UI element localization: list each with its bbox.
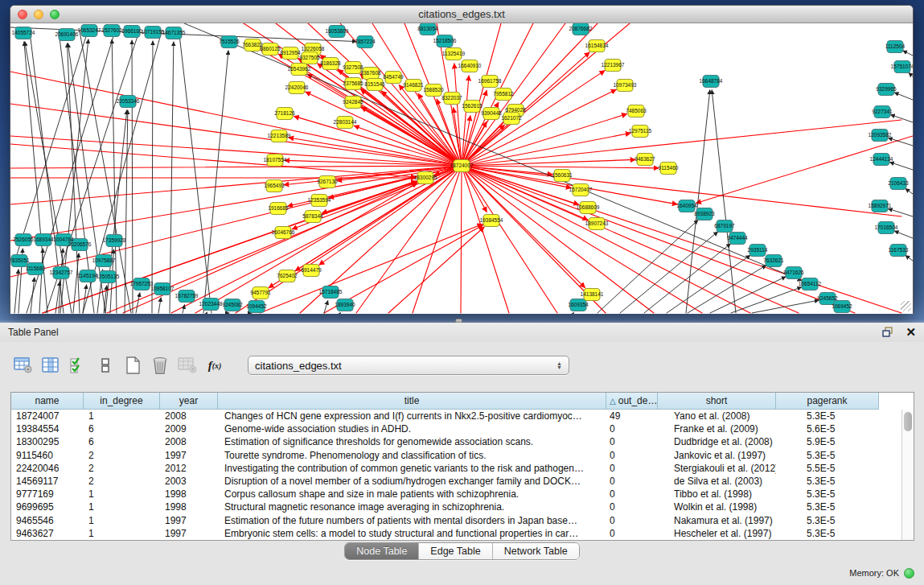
column-header-short[interactable]: short bbox=[658, 393, 776, 410]
table-cell: 2008 bbox=[160, 410, 218, 422]
svg-text:12023448: 12023448 bbox=[199, 301, 223, 307]
column-header-year[interactable]: year bbox=[160, 393, 218, 410]
table-cell: Disruption of a novel member of a sodium… bbox=[218, 475, 606, 488]
svg-text:12975115: 12975115 bbox=[629, 128, 652, 134]
svg-text:9242845: 9242845 bbox=[343, 99, 363, 105]
table-row[interactable]: 946362711997Embryonic stem cells: a mode… bbox=[11, 527, 914, 540]
table-cell: 2012 bbox=[160, 462, 218, 475]
table-row[interactable]: 1938455462009Genome-wide association stu… bbox=[11, 422, 914, 435]
table-cell: 22420046 bbox=[11, 462, 84, 475]
svg-text:16053809: 16053809 bbox=[326, 28, 349, 34]
svg-text:9329965: 9329965 bbox=[876, 86, 897, 92]
svg-text:10654112: 10654112 bbox=[799, 281, 822, 286]
svg-text:16648784: 16648784 bbox=[700, 78, 723, 84]
network-canvas[interactable]: 1405572420691406106532471527602696616010… bbox=[10, 23, 913, 314]
table-cell: Wolkin et al. (1998) bbox=[658, 501, 776, 513]
svg-text:9390448: 9390448 bbox=[481, 110, 502, 116]
row-selection-icon[interactable] bbox=[66, 353, 90, 377]
table-settings-icon[interactable] bbox=[11, 353, 35, 377]
import-table-icon[interactable] bbox=[175, 353, 199, 377]
delete-trash-icon[interactable] bbox=[148, 353, 172, 377]
svg-text:10719155: 10719155 bbox=[142, 29, 165, 35]
column-header-in-degree[interactable]: in_degree bbox=[84, 393, 160, 410]
svg-text:7515526: 7515526 bbox=[219, 39, 240, 44]
float-panel-icon[interactable] bbox=[882, 327, 894, 338]
svg-text:20876682: 20876682 bbox=[569, 26, 593, 31]
split-view-icon[interactable] bbox=[93, 353, 117, 377]
column-header-out-de-[interactable]: △out_de… bbox=[606, 393, 658, 410]
zoom-window-icon[interactable] bbox=[50, 10, 60, 19]
table-row[interactable]: 946554611997Estimation of the future num… bbox=[11, 514, 914, 527]
table-panel: Table Panel ✕ bbox=[0, 323, 924, 585]
table-row[interactable]: 1830029562008Estimation of significance … bbox=[11, 435, 914, 448]
svg-text:16046766: 16046766 bbox=[272, 229, 295, 235]
network-window-titlebar[interactable]: citations_edges.txt bbox=[10, 6, 913, 23]
close-panel-icon[interactable]: ✕ bbox=[906, 327, 916, 338]
sort-ascending-icon: △ bbox=[610, 397, 616, 406]
table-cell: 0 bbox=[606, 527, 658, 540]
svg-text:9457791: 9457791 bbox=[250, 290, 271, 295]
svg-text:1562615: 1562615 bbox=[462, 103, 483, 109]
svg-text:10973493: 10973493 bbox=[614, 82, 637, 88]
tab-network-table[interactable]: Network Table bbox=[493, 543, 579, 559]
table-cell: Estimation of the future numbers of pati… bbox=[218, 514, 606, 527]
svg-text:9227341: 9227341 bbox=[872, 109, 893, 114]
svg-text:9327505: 9327505 bbox=[299, 55, 320, 60]
svg-text:12444134: 12444134 bbox=[870, 156, 893, 162]
table-cell: 2003 bbox=[160, 475, 218, 488]
table-cell: 18300295 bbox=[11, 435, 84, 448]
table-cell: 14569117 bbox=[11, 475, 84, 488]
column-header-pagerank[interactable]: pagerank bbox=[776, 393, 879, 410]
svg-text:12213589: 12213589 bbox=[268, 133, 291, 138]
svg-text:12353594: 12353594 bbox=[308, 197, 331, 203]
new-document-icon[interactable] bbox=[121, 353, 145, 377]
table-row[interactable]: 977716911998Corpus callosum shape and si… bbox=[11, 488, 914, 501]
svg-text:6914479: 6914479 bbox=[301, 267, 322, 273]
minimize-window-icon[interactable] bbox=[34, 10, 43, 19]
svg-text:15751074: 15751074 bbox=[891, 64, 913, 69]
close-window-icon[interactable] bbox=[18, 10, 27, 19]
table-row[interactable]: 2242004622012Investigating the contribut… bbox=[11, 462, 914, 475]
svg-text:7955812: 7955812 bbox=[493, 91, 514, 97]
table-selector-dropdown[interactable]: citations_edges.txt ▲▼ bbox=[248, 356, 569, 375]
function-builder-icon[interactable]: f(x) bbox=[203, 353, 227, 377]
column-header-title[interactable]: title bbox=[218, 393, 606, 410]
svg-text:7857224: 7857224 bbox=[355, 39, 376, 44]
svg-text:15718485: 15718485 bbox=[319, 289, 343, 295]
svg-text:17957253: 17957253 bbox=[130, 281, 154, 286]
table-row[interactable]: 1872400712008Changes of HCN gene express… bbox=[11, 410, 914, 422]
memory-status-label: Memory: OK bbox=[849, 568, 899, 578]
network-window[interactable]: citations_edges.txt 14055724206914061065… bbox=[10, 5, 914, 314]
svg-text:14671355: 14671355 bbox=[162, 30, 186, 35]
window-resize-grip[interactable] bbox=[901, 301, 911, 311]
table-header-row: namein_degreeyeartitle△out_de…shortpager… bbox=[11, 393, 914, 410]
svg-text:15892971: 15892971 bbox=[869, 203, 892, 208]
table-row[interactable]: 911546021997Tourette syndrome. Phenomeno… bbox=[11, 449, 914, 462]
svg-text:8912954: 8912954 bbox=[280, 50, 301, 56]
tab-node-table[interactable]: Node Table bbox=[345, 543, 419, 559]
table-cell: 0 bbox=[606, 462, 658, 475]
svg-text:1167533: 1167533 bbox=[889, 247, 909, 253]
table-cell: 9777169 bbox=[11, 488, 84, 501]
memory-status-icon bbox=[904, 568, 914, 579]
table-cell: 9463627 bbox=[11, 527, 84, 540]
table-cell: 1998 bbox=[160, 488, 218, 501]
tab-edge-table[interactable]: Edge Table bbox=[419, 543, 492, 559]
table-row[interactable]: 969969511998Structural magnetic resonanc… bbox=[11, 501, 914, 513]
svg-text:22420046: 22420046 bbox=[285, 84, 309, 90]
table-cell: 5.3E-5 bbox=[776, 501, 879, 513]
svg-text:8813054: 8813054 bbox=[417, 26, 438, 31]
table-cell: 9699695 bbox=[11, 501, 84, 513]
scrollbar-thumb[interactable] bbox=[904, 412, 912, 431]
table-row[interactable]: 1456911722003Disruption of a novel membe… bbox=[11, 475, 914, 488]
svg-text:22053346: 22053346 bbox=[117, 98, 140, 104]
table-vertical-scrollbar[interactable] bbox=[901, 410, 914, 540]
svg-text:18300295: 18300295 bbox=[414, 175, 437, 180]
show-column-icon[interactable] bbox=[39, 353, 63, 377]
svg-text:6966160: 6966160 bbox=[121, 28, 142, 34]
svg-text:16640910: 16640910 bbox=[458, 63, 482, 68]
column-header-name[interactable]: name bbox=[11, 393, 84, 410]
svg-text:9245652: 9245652 bbox=[817, 295, 838, 301]
table-cell: 1997 bbox=[160, 527, 218, 540]
svg-text:16782759: 16782759 bbox=[175, 293, 199, 299]
